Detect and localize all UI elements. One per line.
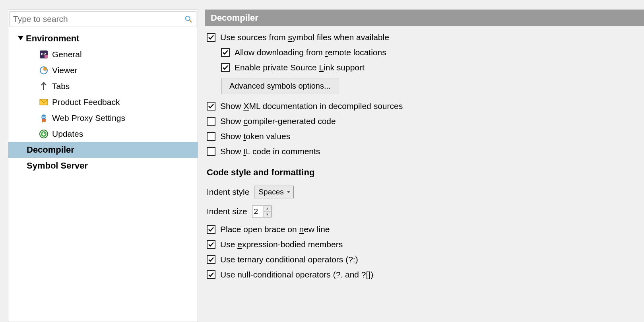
tree-label: Updates [52,129,83,139]
advanced-symbols-button[interactable]: Advanced symbols options... [221,78,339,94]
opt-label: Allow downloading from remote locations [235,48,386,57]
opt-label: Show compiler-generated code [220,116,336,126]
opt-null-conditional[interactable]: Use null-conditional operators (?. and ?… [207,270,642,279]
opt-allow-download[interactable]: Allow downloading from remote locations [221,48,642,57]
opt-use-sources[interactable]: Use sources from symbol files when avail… [207,33,642,42]
spin-up-icon[interactable]: ▲ [264,206,271,212]
indent-style-select[interactable]: Spaces [254,186,293,198]
opt-label: Place open brace on new line [220,225,330,234]
search-icon [184,15,193,23]
page-title: Decompiler [205,10,644,26]
spinner-buttons[interactable]: ▲ ▼ [264,206,271,217]
checkbox[interactable] [207,225,215,234]
opt-label: Use ternary conditional operators (?:) [220,255,358,264]
updates-icon [39,130,48,138]
tree-item-proxy[interactable]: Web Proxy Settings [8,110,198,126]
tree-item-tabs[interactable]: Tabs [8,78,198,94]
tree-label: Environment [26,33,79,44]
checkbox[interactable] [207,117,215,126]
sidebar: Environment DP General Viewer Tabs [8,10,198,322]
svg-marker-2 [18,36,23,40]
checkbox[interactable] [207,102,215,111]
indent-style-label: Indent style [207,187,249,197]
checkbox[interactable] [221,63,230,72]
section-codestyle: Code style and formatting [207,167,642,178]
opt-show-il-comments[interactable]: Show IL code in comments [207,147,642,156]
svg-rect-5 [45,55,48,58]
content-pane: Decompiler Use sources from symbol files… [205,10,644,322]
svg-line-1 [190,20,192,23]
opt-label: Use null-conditional operators (?. and ?… [220,270,373,279]
checkbox[interactable] [207,255,215,264]
spin-down-icon[interactable]: ▼ [264,212,271,217]
proxy-icon [39,114,48,122]
checkbox[interactable] [207,240,215,249]
tree-label: Decompiler [27,145,74,155]
opt-label: Enable private Source Link support [235,63,365,72]
opt-ternary[interactable]: Use ternary conditional operators (?:) [207,255,642,264]
tree-item-feedback[interactable]: Product Feedback [8,94,198,110]
search-box[interactable] [10,11,196,27]
indent-size-spinner[interactable]: ▲ ▼ [252,206,272,217]
svg-point-0 [186,16,190,21]
tree-label: Product Feedback [52,97,120,107]
opt-expression-bodied[interactable]: Use expression-bodied members [207,240,642,249]
checkbox[interactable] [207,33,215,42]
checkbox[interactable] [221,48,230,57]
checkbox[interactable] [207,270,215,279]
opt-show-token-values[interactable]: Show token values [207,132,642,141]
general-icon: DP [39,50,48,59]
row-indent-style: Indent style Spaces [207,186,642,198]
search-input[interactable] [13,14,184,24]
indent-size-input[interactable] [252,206,264,217]
opt-label: Show IL code in comments [220,147,320,156]
expander-icon [18,36,23,41]
viewer-icon [39,66,48,75]
tree-label: Tabs [52,81,70,91]
tree-item-decompiler[interactable]: Decompiler [8,142,198,158]
svg-rect-10 [42,119,46,122]
tree-item-symbol-server[interactable]: Symbol Server [8,158,198,174]
tree-env[interactable]: Environment [8,31,198,47]
opt-show-xml[interactable]: Show XML documentation in decompiled sou… [207,101,642,111]
opt-open-brace-newline[interactable]: Place open brace on new line [207,225,642,234]
row-indent-size: Indent size ▲ ▼ [207,206,642,217]
tree-label: General [52,50,82,59]
opt-label: Show token values [220,132,290,141]
tabs-icon [39,82,48,91]
svg-point-7 [43,82,45,85]
opt-enable-private-sourcelink[interactable]: Enable private Source Link support [221,63,642,72]
opt-show-compiler-generated[interactable]: Show compiler-generated code [207,116,642,126]
checkbox[interactable] [207,132,215,141]
tree-item-updates[interactable]: Updates [8,126,198,142]
opt-label: Show XML documentation in decompiled sou… [220,101,403,111]
nav-tree: Environment DP General Viewer Tabs [8,28,198,174]
opt-label: Use sources from symbol files when avail… [220,33,389,42]
opt-label: Use expression-bodied members [220,240,343,249]
tree-label: Viewer [52,66,78,75]
tree-label: Symbol Server [27,161,88,171]
tree-label: Web Proxy Settings [52,113,125,123]
indent-size-label: Indent size [207,207,247,216]
feedback-icon [39,98,48,107]
svg-point-9 [41,114,46,119]
tree-item-general[interactable]: DP General [8,47,198,62]
checkbox[interactable] [207,147,215,156]
tree-item-viewer[interactable]: Viewer [8,62,198,78]
